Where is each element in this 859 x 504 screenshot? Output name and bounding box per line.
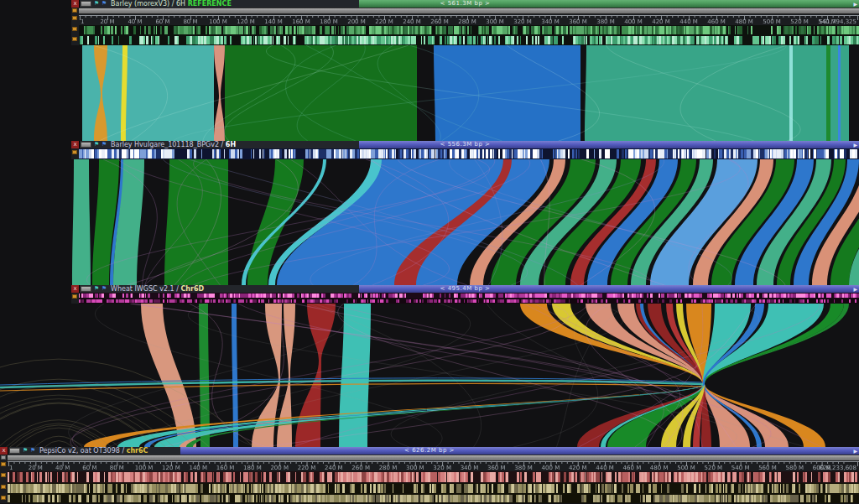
close-track-icon[interactable]: x <box>71 141 80 148</box>
annotation-density-track[interactable] <box>79 148 859 159</box>
synteny-ribbon <box>295 304 336 447</box>
annotation-density-track[interactable] <box>79 25 859 35</box>
synteny-ribbon <box>789 45 793 141</box>
track-title: Barley Hvulgare_101118_BPGv2 / 6H <box>111 141 236 148</box>
synteny-ribbon <box>307 304 482 447</box>
row-control-button[interactable] <box>72 37 77 41</box>
row-control-button[interactable] <box>72 16 77 20</box>
track-menu-button[interactable] <box>81 286 91 292</box>
track-title: PepsiCo v2, oat OT3098 / chr6C <box>39 447 148 455</box>
close-track-icon[interactable]: x <box>71 285 80 293</box>
chromosome-overview-bar[interactable] <box>359 0 859 8</box>
genome-comparison-viewer: x ⚑ ⚑ Barley (morexV3) / 6H REFERENCE < … <box>0 0 859 504</box>
track-header-wheat: x ⚑ ⚑ Wheat IWGSC v2.1 / Chr6D < 495.4M … <box>71 285 859 293</box>
scroll-right-icon[interactable]: ▶ <box>853 0 857 8</box>
scroll-right-icon[interactable]: ▶ <box>853 141 857 148</box>
chromosome-overview-bar[interactable] <box>359 141 859 148</box>
synteny-ribbon <box>585 45 849 141</box>
chromosome-overview-bar[interactable] <box>180 447 859 455</box>
bookmark-flag-icon[interactable]: ⚑ <box>94 0 99 8</box>
track-menu-button[interactable] <box>9 448 20 454</box>
annotation-density-track[interactable] <box>79 35 859 45</box>
row-control-button[interactable] <box>72 8 77 13</box>
close-track-icon[interactable]: x <box>71 0 80 8</box>
synteny-ribbons-wheat-oat[interactable] <box>0 304 859 447</box>
chromosome-overview-bar[interactable] <box>359 285 859 293</box>
row-control-button[interactable] <box>72 27 77 31</box>
synteny-ribbons-barley-wheat[interactable] <box>0 159 859 285</box>
scroll-right-icon[interactable]: ▶ <box>853 285 857 293</box>
synteny-ribbon <box>826 45 830 141</box>
track-title: Barley (morexV3) / 6H REFERENCE <box>111 0 232 8</box>
track-controls-column <box>71 148 79 159</box>
track-menu-button[interactable] <box>81 142 91 148</box>
bookmark-flag-icon[interactable]: ⚑ <box>102 141 107 148</box>
synteny-ribbon <box>214 45 225 141</box>
row-control-button[interactable] <box>1 455 6 460</box>
synteny-ribbon <box>225 45 417 141</box>
bookmark-flag-icon[interactable]: ⚑ <box>23 447 28 455</box>
synteny-ribbon <box>164 159 228 285</box>
synteny-ribbon <box>434 45 580 141</box>
bookmark-flag-icon[interactable]: ⚑ <box>102 285 107 293</box>
annotation-density-track[interactable] <box>8 471 859 483</box>
row-control-button[interactable] <box>1 473 6 477</box>
row-control-button[interactable] <box>1 496 6 500</box>
bookmark-flag-icon[interactable]: ⚑ <box>94 141 99 148</box>
bookmark-flag-icon[interactable]: ⚑ <box>102 0 107 8</box>
synteny-ribbon <box>838 45 841 141</box>
track-menu-button[interactable] <box>81 1 91 7</box>
row-control-button[interactable] <box>1 485 6 489</box>
track-controls-column <box>0 455 8 503</box>
scroll-right-icon[interactable]: ▶ <box>853 447 857 455</box>
track-controls-column <box>71 8 79 45</box>
coordinate-ruler[interactable] <box>8 460 859 471</box>
synteny-ribbon <box>44 441 72 447</box>
annotation-density-track[interactable] <box>79 293 859 304</box>
track-header-barley-bpgv2: x ⚑ ⚑ Barley Hvulgare_101118_BPGv2 / 6H … <box>71 141 859 148</box>
synteny-ribbons-barley-barley[interactable] <box>0 45 859 141</box>
track-header-oat: x ⚑ ⚑ PepsiCo v2, oat OT3098 / chr6C < 6… <box>0 447 859 455</box>
row-control-button[interactable] <box>72 150 77 154</box>
coordinate-ruler[interactable] <box>79 14 859 25</box>
synteny-ribbon <box>72 159 91 285</box>
close-track-icon[interactable]: x <box>0 447 8 455</box>
annotation-density-track[interactable] <box>8 483 859 494</box>
row-control-button[interactable] <box>72 294 77 299</box>
bookmark-flag-icon[interactable]: ⚑ <box>30 447 35 455</box>
bookmark-flag-icon[interactable]: ⚑ <box>94 285 99 293</box>
track-title: Wheat IWGSC v2.1 / Chr6D <box>111 285 204 293</box>
annotation-density-track[interactable] <box>8 494 859 503</box>
track-scrollbar[interactable] <box>79 8 859 14</box>
row-control-button[interactable] <box>1 462 6 466</box>
track-header-barley-reference: x ⚑ ⚑ Barley (morexV3) / 6H REFERENCE < … <box>71 0 859 8</box>
track-controls-column <box>71 293 79 304</box>
